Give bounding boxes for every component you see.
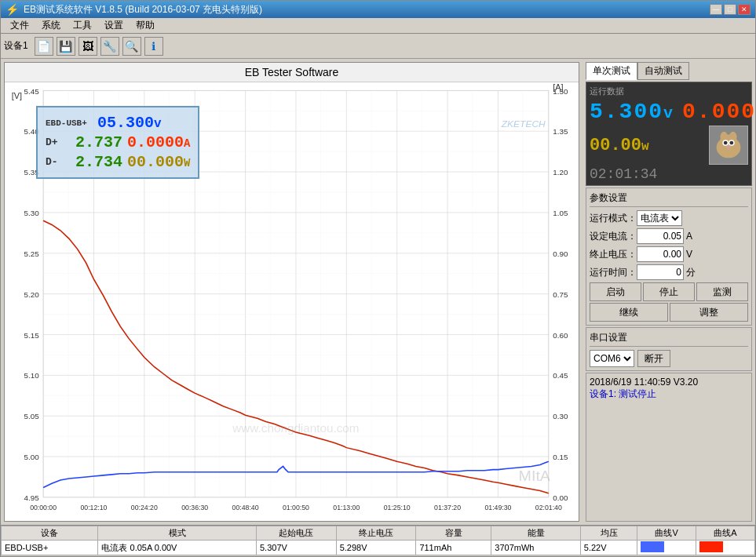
svg-text:1.35: 1.35 <box>553 128 568 137</box>
time-display: 02:01:34 <box>590 166 657 182</box>
save-button[interactable]: 💾 <box>57 37 75 56</box>
svg-text:[V]: [V] <box>12 91 22 100</box>
app-icon: ⚡ <box>5 3 19 16</box>
current-unit-label: A <box>686 231 692 242</box>
close-button[interactable]: ✕ <box>738 4 751 15</box>
toolbar: 设备1 📄 💾 🖼 🔧 🔍 ℹ <box>1 34 755 59</box>
maximize-button[interactable]: □ <box>724 4 736 15</box>
cell-capacity: 711mAh <box>416 541 491 555</box>
menu-bar: 文件 系统 工具 设置 帮助 <box>1 18 755 34</box>
device-label: 设备1 <box>4 39 28 53</box>
time-input[interactable] <box>637 264 684 280</box>
menu-help[interactable]: 帮助 <box>130 17 161 34</box>
tab-auto[interactable]: 自动测试 <box>637 62 689 80</box>
mode-select[interactable]: 电流表 <box>637 210 682 226</box>
photo-button[interactable]: 🖼 <box>79 37 97 56</box>
col-curve-a: 曲线A <box>696 526 755 541</box>
col-curve-v: 曲线V <box>637 526 696 541</box>
chart-title: EB Tester Software <box>5 63 579 82</box>
svg-text:5.00: 5.00 <box>24 453 39 461</box>
voltage-input[interactable] <box>637 246 684 262</box>
voltage-overlay: 05.300v <box>97 114 162 132</box>
svg-text:01:13:00: 01:13:00 <box>333 504 360 512</box>
svg-text:00:48:40: 00:48:40 <box>232 504 259 512</box>
curve-a-color <box>699 541 723 552</box>
svg-text:0.15: 0.15 <box>553 453 568 461</box>
main-window: ⚡ EB测试系统软件 V1.8.5 (Build 2016-03-07 充电头特… <box>0 0 756 557</box>
cell-curve-v <box>637 541 696 555</box>
tab-single[interactable]: 单次测试 <box>586 62 637 80</box>
adjust-button[interactable]: 调整 <box>670 303 748 322</box>
dm-label: D- <box>46 156 71 168</box>
status-device: 设备1: 测试停止 <box>590 388 748 401</box>
dp-value: 2.737 <box>75 133 122 151</box>
start-button[interactable]: 启动 <box>590 282 641 301</box>
svg-text:01:25:10: 01:25:10 <box>384 504 411 512</box>
params-title: 参数设置 <box>590 191 748 207</box>
params-panel: 参数设置 运行模式： 电流表 设定电流： A 终止电压： V <box>586 187 752 326</box>
cat-image <box>709 126 748 165</box>
curve-v-color <box>641 541 664 552</box>
svg-text:01:37:20: 01:37:20 <box>434 504 461 512</box>
time-set-row: 运行时间： 分 <box>590 264 748 280</box>
col-avg-v: 均压 <box>580 526 637 541</box>
svg-text:5.30: 5.30 <box>24 209 39 217</box>
menu-tools[interactable]: 工具 <box>67 17 98 34</box>
cell-mode: 电流表 0.05A 0.00V <box>98 541 257 555</box>
svg-point-88 <box>724 141 728 145</box>
svg-text:[A]: [A] <box>553 83 563 93</box>
current-input[interactable] <box>637 228 684 244</box>
tab-row: 单次测试 自动测试 <box>586 62 752 80</box>
col-mode: 模式 <box>98 526 257 541</box>
voltage-set-label: 终止电压： <box>590 248 637 261</box>
svg-text:ZKETECH: ZKETECH <box>501 118 546 129</box>
menu-system[interactable]: 系统 <box>35 17 67 34</box>
serial-panel: 串口设置 COM6 断开 <box>586 327 752 371</box>
mode-label: 运行模式： <box>590 212 637 225</box>
time-row: 02:01:34 <box>590 166 748 182</box>
mode-row: 运行模式： 电流表 <box>590 210 748 226</box>
run-data-title: 运行数据 <box>590 86 748 97</box>
serial-row: COM6 断开 <box>590 350 748 367</box>
svg-text:00:24:20: 00:24:20 <box>131 504 158 512</box>
cell-start-v: 5.307V <box>256 541 336 555</box>
svg-text:www.chongdiantou.com: www.chongdiantou.com <box>232 422 359 435</box>
power-overlay: 00.000W <box>127 153 190 171</box>
menu-settings[interactable]: 设置 <box>98 17 130 34</box>
title-bar-text: EB测试系统软件 V1.8.5 (Build 2016-03-07 充电头特别版… <box>24 3 710 16</box>
monitor-button[interactable]: 监测 <box>696 282 748 301</box>
menu-file[interactable]: 文件 <box>4 17 35 34</box>
voltage-set-row: 终止电压： V <box>590 246 748 262</box>
svg-text:4.95: 4.95 <box>24 493 39 502</box>
dm-value: 2.734 <box>75 153 122 171</box>
control-buttons: 启动 停止 监测 <box>590 282 748 301</box>
col-energy: 能量 <box>491 526 581 541</box>
title-bar-buttons: — □ ✕ <box>710 4 751 15</box>
svg-text:MItA: MItA <box>519 468 551 484</box>
cell-device: EBD-USB+ <box>2 541 98 555</box>
minimize-button[interactable]: — <box>710 4 722 15</box>
continue-button[interactable]: 继续 <box>590 303 668 322</box>
ebd-label: EBD-USB+ <box>46 118 93 128</box>
current-row: 设定电流： A <box>590 228 748 244</box>
info-button[interactable]: ℹ <box>144 37 163 56</box>
current-set-label: 设定电流： <box>590 230 637 243</box>
table-row: EBD-USB+ 电流表 0.05A 0.00V 5.307V 5.298V 7… <box>2 541 755 555</box>
disconnect-button[interactable]: 断开 <box>637 350 670 367</box>
search-button[interactable]: 🔍 <box>122 37 141 56</box>
bottom-table: 设备 模式 起始电压 终止电压 容量 能量 均压 曲线V 曲线A EBD-USB… <box>1 526 755 555</box>
stop-button[interactable]: 停止 <box>643 282 695 301</box>
power-time-row: 00.00w <box>590 126 748 165</box>
bottom-table-area: 设备 模式 起始电压 终止电压 容量 能量 均压 曲线V 曲线A EBD-USB… <box>1 525 755 556</box>
serial-port-select[interactable]: COM6 <box>590 350 634 367</box>
settings-button[interactable]: 🔧 <box>100 37 119 56</box>
svg-text:0.90: 0.90 <box>553 249 568 258</box>
svg-text:01:00:50: 01:00:50 <box>283 504 309 512</box>
cell-curve-a <box>696 541 755 555</box>
svg-text:00:12:10: 00:12:10 <box>81 504 108 512</box>
col-end-v: 终止电压 <box>336 526 416 541</box>
cell-energy: 3707mWh <box>491 541 581 555</box>
col-device: 设备 <box>2 526 98 541</box>
svg-text:5.45: 5.45 <box>24 87 39 96</box>
new-button[interactable]: 📄 <box>35 37 53 56</box>
